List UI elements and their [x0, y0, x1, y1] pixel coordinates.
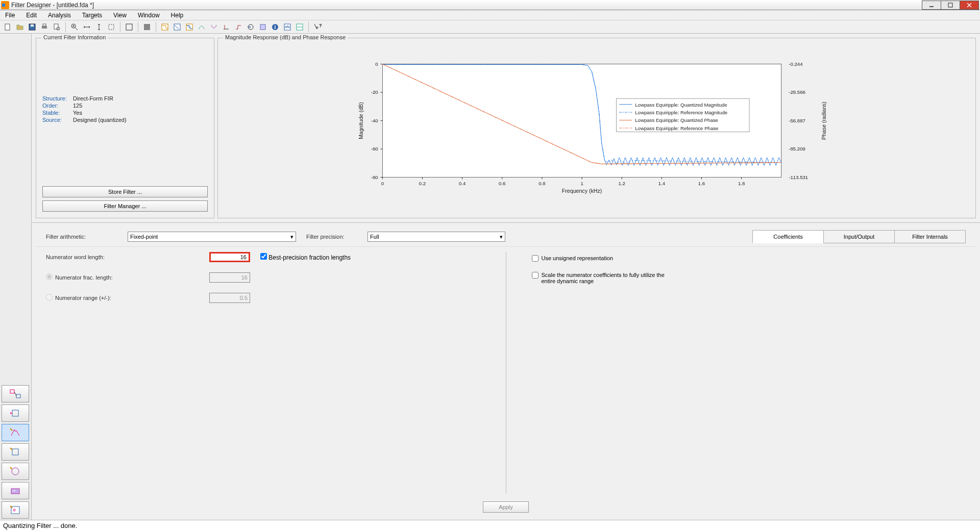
- svg-rect-21: [174, 24, 180, 30]
- svg-rect-42: [11, 489, 19, 494]
- side-toolbar: [0, 34, 32, 520]
- svg-text:Lowpass Equiripple: Quantized : Lowpass Equiripple: Quantized Magnitude: [635, 102, 727, 108]
- svg-rect-4: [5, 24, 10, 30]
- svg-text:Lowpass Equiripple: Reference : Lowpass Equiripple: Reference Phase: [635, 125, 718, 131]
- y-left-ticks: 0 -20 -40 -60 -80: [371, 61, 383, 180]
- num-range-label: Numerator range (+/-):: [55, 295, 209, 301]
- y-right-label: Phase (radians): [821, 102, 827, 140]
- svg-rect-8: [43, 24, 46, 26]
- realize-model-button[interactable]: [2, 443, 29, 461]
- info-icon[interactable]: i: [270, 21, 281, 33]
- filter-specs-icon[interactable]: [141, 21, 153, 33]
- import-filter-button[interactable]: [2, 404, 29, 422]
- svg-point-26: [249, 26, 251, 28]
- round-off-icon[interactable]: [294, 21, 305, 33]
- phase-icon[interactable]: [172, 21, 183, 33]
- multirate-button[interactable]: [2, 463, 29, 480]
- new-icon[interactable]: [2, 21, 13, 33]
- apply-button[interactable]: Apply: [483, 501, 529, 513]
- group-delay-icon[interactable]: [196, 21, 207, 33]
- magnitude-noise-icon[interactable]: [282, 21, 293, 33]
- menu-view[interactable]: View: [111, 11, 129, 20]
- menu-file[interactable]: File: [3, 11, 17, 20]
- menu-window[interactable]: Window: [136, 11, 162, 20]
- menu-help[interactable]: Help: [169, 11, 186, 20]
- svg-text:-56.887: -56.887: [789, 118, 805, 123]
- menubar: File Edit Analysis Targets View Window H…: [0, 10, 980, 20]
- app-icon: [1, 1, 9, 9]
- num-frac-input: [209, 272, 250, 283]
- maximize-button[interactable]: [941, 1, 960, 10]
- menu-edit[interactable]: Edit: [24, 11, 39, 20]
- response-plot[interactable]: 0 0.2 0.4 0.6 0.8 1 1.2 1.4 1.6 1.8 0: [224, 44, 969, 212]
- toolbar: i ?: [0, 20, 980, 34]
- step-icon[interactable]: [233, 21, 244, 33]
- zoom-x-icon[interactable]: [81, 21, 92, 33]
- svg-text:0: 0: [375, 61, 378, 67]
- set-quantization-button[interactable]: [2, 424, 29, 441]
- plot-legend-title: Magnitude Response (dB) and Phase Respon…: [223, 34, 348, 40]
- tab-input-output[interactable]: Input/Output: [823, 230, 895, 243]
- svg-rect-19: [144, 24, 150, 30]
- svg-text:Lowpass Equiripple: Reference : Lowpass Equiripple: Reference Magnitude: [635, 110, 727, 115]
- context-help-icon[interactable]: ?: [312, 21, 323, 33]
- info-key-order: Order:: [42, 103, 73, 109]
- zoom-in-icon[interactable]: [69, 21, 80, 33]
- mag-phase-icon[interactable]: [184, 21, 195, 33]
- y-right-ticks: -0.244 -28.566 -56.887 -85.209 -113.531: [789, 61, 808, 180]
- svg-text:0.2: 0.2: [419, 181, 426, 186]
- svg-text:-85.209: -85.209: [789, 146, 805, 151]
- pole-zero-icon[interactable]: [245, 21, 256, 33]
- menu-targets[interactable]: Targets: [80, 11, 104, 20]
- svg-text:-80: -80: [371, 174, 378, 180]
- svg-text:0.6: 0.6: [499, 181, 505, 186]
- restore-view-icon[interactable]: [106, 21, 117, 33]
- status-text: Quantizing Filter ... done.: [3, 522, 77, 529]
- magnitude-icon[interactable]: [159, 21, 170, 33]
- zoom-y-icon[interactable]: [93, 21, 105, 33]
- arith-select[interactable]: Fixed-point ▾: [128, 232, 296, 242]
- save-icon[interactable]: [27, 21, 38, 33]
- store-filter-button[interactable]: Store Filter ...: [42, 186, 208, 197]
- minimize-button[interactable]: [922, 1, 941, 10]
- print-icon[interactable]: [39, 21, 50, 33]
- num-word-input[interactable]: [209, 252, 250, 262]
- best-precision-checkbox[interactable]: [260, 253, 267, 260]
- num-range-input: [209, 293, 250, 303]
- svg-text:-40: -40: [371, 118, 378, 123]
- svg-text:-60: -60: [371, 146, 378, 151]
- unsigned-checkbox[interactable]: [532, 255, 538, 262]
- unsigned-label: Use unsigned representation: [542, 255, 614, 261]
- svg-line-12: [75, 28, 78, 30]
- svg-rect-6: [31, 24, 34, 27]
- impulse-icon[interactable]: [220, 21, 232, 33]
- full-view-icon[interactable]: [124, 21, 135, 33]
- phase-delay-icon[interactable]: [208, 21, 219, 33]
- filter-info-legend: Current Filter Information: [41, 34, 108, 40]
- design-filter-button[interactable]: [2, 385, 29, 402]
- x-ticks: 0 0.2 0.4 0.6 0.8 1 1.2 1.4 1.6 1.8: [381, 177, 745, 186]
- svg-point-40: [12, 468, 19, 475]
- svg-rect-27: [260, 24, 265, 30]
- svg-line-37: [10, 428, 12, 431]
- scale-checkbox[interactable]: [532, 272, 538, 279]
- open-icon[interactable]: [14, 21, 26, 33]
- menu-analysis[interactable]: Analysis: [46, 11, 73, 20]
- print-preview-icon[interactable]: [51, 21, 62, 33]
- transform-button[interactable]: [2, 482, 29, 499]
- tab-filter-internals[interactable]: Filter Internals: [894, 230, 966, 243]
- close-button[interactable]: [960, 1, 979, 10]
- pole-zero-editor-button[interactable]: [2, 501, 29, 519]
- svg-rect-20: [162, 24, 168, 30]
- info-key-structure: Structure:: [42, 95, 73, 102]
- svg-rect-9: [54, 24, 58, 29]
- arith-label: Filter arithmetic:: [46, 234, 117, 240]
- tab-coefficients[interactable]: Coefficients: [752, 230, 824, 243]
- coefficients-icon[interactable]: [257, 21, 268, 33]
- svg-text:-0.244: -0.244: [789, 61, 803, 67]
- svg-rect-36: [12, 410, 18, 416]
- y-left-label: Magnitude (dB): [358, 102, 364, 139]
- filter-manager-button[interactable]: Filter Manager ...: [42, 200, 208, 212]
- prec-select[interactable]: Full ▾: [368, 232, 505, 242]
- response-plot-panel: Magnitude Response (dB) and Phase Respon…: [217, 38, 976, 218]
